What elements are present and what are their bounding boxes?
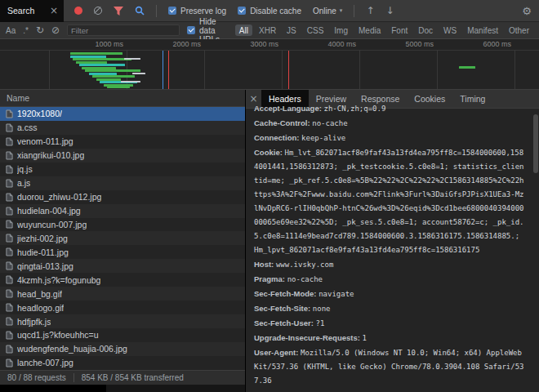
header-value: www.ivsky.com [276, 261, 333, 269]
filter-pill-img[interactable]: Img [330, 24, 352, 36]
refresh-icon[interactable]: ↻ [36, 24, 44, 36]
header-value: no-cache [287, 275, 323, 283]
request-row[interactable]: xiangrikui-010.jpg [0, 149, 245, 163]
request-name: xiangrikui-010.jpg [17, 150, 84, 160]
overview-rule [0, 50, 539, 51]
request-row[interactable]: hdfjpfk.js [0, 314, 245, 328]
request-name: lanche-007.jpg [17, 358, 74, 368]
filter-pill-media[interactable]: Media [354, 24, 385, 36]
request-row[interactable]: a.js [0, 176, 245, 190]
request-name: a.css [17, 122, 38, 132]
filter-input[interactable] [67, 24, 180, 36]
file-icon [6, 165, 13, 174]
waterfall-bar [73, 58, 131, 60]
header-line: Cookie: Hm_lvt_862071acf8e9faf43a13fd4ea… [254, 145, 526, 257]
import-har-icon[interactable]: ↑ [366, 6, 374, 16]
filter-pill-font[interactable]: Font [387, 24, 412, 36]
record-icon[interactable] [74, 7, 82, 15]
request-name: wudengfende_huajia-006.jpg [17, 344, 127, 354]
file-icon [6, 109, 13, 118]
request-row[interactable]: 4kzmh.js?k=fogunubg [0, 273, 245, 287]
network-toolbar: Search × Preserve log Disable cache Onli… [0, 0, 539, 22]
network-main: Name 1920x1080/a.cssvenom-011.jpgxiangri… [0, 90, 539, 392]
toolbar-controls: Preserve log Disable cache Online ▾ ↑ ↓ [64, 5, 514, 17]
header-line: Accept-Language: zh-CN,zh;q=0.9 [254, 101, 526, 116]
request-row[interactable]: duorou_zhiwu-012.jpg [0, 190, 245, 204]
filter-pill-other[interactable]: Other [505, 24, 533, 36]
filter-pill-xhr[interactable]: XHR [255, 24, 280, 36]
network-overview-timeline[interactable]: 1000 ms2000 ms3000 ms4000 ms5000 ms6000 … [0, 39, 539, 90]
request-row[interactable]: 1920x1080/ [0, 107, 245, 121]
request-name: qingtai-013.jpg [17, 261, 74, 271]
clear-icon[interactable] [94, 7, 102, 15]
request-row[interactable]: wuyuncun-007.jpg [0, 218, 245, 232]
request-row[interactable]: jq.js [0, 163, 245, 176]
timeline-gridline [359, 50, 360, 89]
request-row[interactable]: hudie-011.jpg [0, 245, 245, 259]
timeline-gridline [282, 50, 283, 89]
settings-gear-icon[interactable]: ⚙ [514, 6, 539, 16]
request-row[interactable]: head_bg.gif [0, 287, 245, 301]
scrollbar-thumb[interactable] [533, 114, 538, 173]
tab-search[interactable]: Search × [0, 0, 64, 22]
header-name: Cookie: [254, 148, 284, 157]
close-icon[interactable]: × [50, 5, 58, 16]
header-name: Upgrade-Insecure-Requests: [254, 333, 363, 342]
request-row[interactable]: venom-011.jpg [0, 135, 245, 149]
request-name: hudielan-004.jpg [17, 206, 81, 216]
request-row[interactable]: lanche-007.jpg [0, 356, 245, 370]
file-icon [6, 179, 13, 188]
tab-search-label: Search [7, 6, 34, 16]
request-row[interactable]: uqcd1.js?kfoeuhhc=u [0, 328, 245, 342]
request-row[interactable]: headlogo.gif [0, 301, 245, 314]
checkbox-checked-icon [168, 7, 176, 15]
search-icon[interactable] [135, 6, 145, 16]
request-row[interactable]: wudengfende_huajia-006.jpg [0, 342, 245, 356]
export-har-icon[interactable]: ↓ [385, 6, 394, 16]
header-value: none [313, 305, 331, 313]
filter-pill-ws[interactable]: WS [439, 24, 461, 36]
request-row[interactable]: hudielan-004.jpg [0, 204, 245, 218]
header-line: Sec-Fetch-Mode: navigate [254, 287, 526, 301]
header-name: Accept-Language: [254, 104, 324, 113]
regex-button[interactable]: .* [23, 26, 29, 35]
disable-cache-checkbox[interactable]: Disable cache [238, 7, 301, 16]
filter-pill-all[interactable]: All [235, 24, 252, 36]
load-event-line [168, 51, 169, 89]
header-name: Sec-Fetch-User: [254, 318, 316, 327]
request-list-pane: Name 1920x1080/a.cssvenom-011.jpgxiangri… [0, 90, 246, 392]
header-line: Sec-Fetch-Site: none [254, 301, 526, 316]
filter-pill-manifest[interactable]: Manifest [463, 24, 502, 36]
timeline-tick-label: 4000 ms [307, 40, 356, 48]
request-name: hdfjpfk.js [17, 317, 51, 327]
filter-pill-doc[interactable]: Doc [414, 24, 437, 36]
header-line: Connection: keep-alive [254, 131, 526, 145]
throttling-select[interactable]: Online ▾ [313, 7, 342, 16]
header-value: zh-CN,zh;q=0.9 [324, 105, 386, 113]
request-row[interactable]: qingtai-013.jpg [0, 259, 245, 273]
match-case-button[interactable]: Aa [6, 26, 16, 35]
request-headers-content: Accept-Language: zh-CN,zh;q=0.9Cache-Con… [246, 101, 539, 392]
request-row[interactable]: a.css [0, 121, 245, 135]
filter-funnel-icon[interactable] [114, 7, 123, 16]
file-icon [6, 331, 13, 340]
header-name: Sec-Fetch-Mode: [254, 289, 318, 298]
column-header-name[interactable]: Name [0, 90, 245, 107]
file-icon [6, 123, 13, 132]
request-row[interactable]: jiezhi-002.jpg [0, 231, 245, 245]
transferred-size: 854 KB / 854 KB transferred [74, 373, 191, 382]
request-name: jq.js [17, 164, 33, 174]
filter-pill-js[interactable]: JS [283, 24, 301, 36]
preserve-log-checkbox[interactable]: Preserve log [168, 7, 226, 16]
request-name: headlogo.gif [17, 303, 64, 313]
request-name: uqcd1.js?kfoeuhhc=u [17, 330, 99, 340]
file-icon [6, 247, 13, 256]
timeline-tick-label: 2000 ms [152, 40, 201, 48]
clear-search-icon[interactable]: ⊘ [51, 24, 60, 36]
request-name: a.js [17, 178, 30, 188]
toolbar-separator [354, 5, 354, 17]
filter-pill-css[interactable]: CSS [303, 24, 328, 36]
header-line: Pragma: no-cache [254, 272, 526, 287]
waterfall-bar [459, 66, 475, 69]
load-event-line [163, 51, 163, 89]
